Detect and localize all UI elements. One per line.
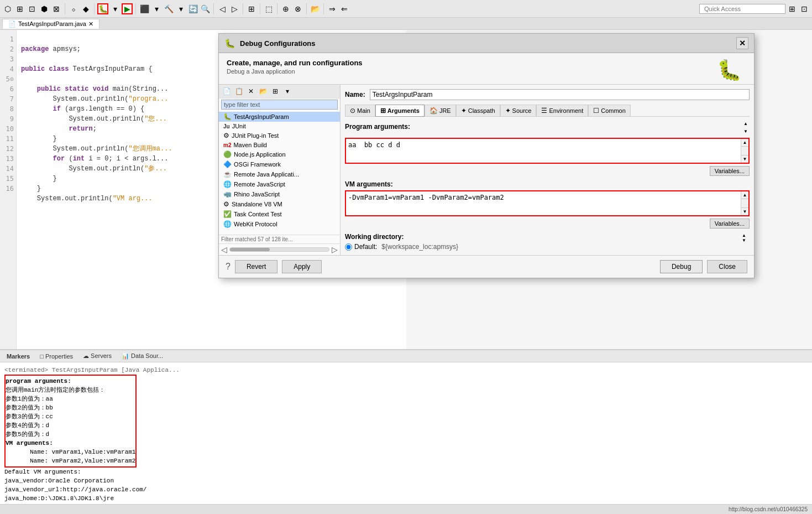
panel-tab-markers[interactable]: Markers bbox=[2, 352, 34, 361]
dialog-bug-icon: 🐛 bbox=[717, 59, 742, 82]
console-highlighted-block: program arguments: 您调用main方法时指定的参数包括： 参数… bbox=[4, 375, 137, 468]
console-header: <terminated> TestArgsInputParam [Java Ap… bbox=[4, 366, 808, 375]
prog-args-scroll-up[interactable]: ▲ bbox=[743, 120, 748, 128]
close-button[interactable]: Close bbox=[707, 260, 747, 273]
debug-button[interactable]: 🐛 bbox=[97, 3, 108, 14]
config-item-rhino[interactable]: 🦏 Rhino JavaScript bbox=[219, 189, 340, 199]
vm-args-vscroll-down[interactable]: ▼ bbox=[741, 207, 748, 215]
prog-args-vscroll-down[interactable]: ▼ bbox=[741, 155, 748, 163]
config-more-btn[interactable]: ▾ bbox=[282, 86, 293, 97]
apply-button[interactable]: Apply bbox=[282, 260, 322, 273]
tab-environment[interactable]: ☰ Environment bbox=[536, 105, 588, 116]
tab-main[interactable]: ⊙ Main bbox=[345, 105, 375, 116]
config-item-webkit[interactable]: 🌐 WebKit Protocol bbox=[219, 219, 340, 229]
config-item-nodejs[interactable]: 🟢 Node.js Application bbox=[219, 149, 340, 159]
prog-args-scrollbar[interactable]: ▲ ▼ bbox=[742, 120, 750, 136]
toolbar-separator-3 bbox=[135, 3, 136, 14]
program-args-variables-btn[interactable]: Variables... bbox=[710, 166, 750, 176]
config-item-remotejs[interactable]: 🌐 Remote JavaScript bbox=[219, 179, 340, 189]
tab-main-label: Main bbox=[357, 107, 370, 114]
program-args-wrapper: ▲ ▼ bbox=[345, 138, 750, 164]
tab-close-icon[interactable]: ✕ bbox=[88, 20, 93, 28]
toolbar-icon-end2[interactable]: ⊡ bbox=[799, 3, 810, 14]
config-item-icon-junitmock: ⚙ bbox=[223, 132, 229, 139]
tab-common[interactable]: ☐ Common bbox=[588, 105, 631, 116]
toolbar-icon-refresh[interactable]: 🔄 bbox=[187, 3, 198, 14]
config-new-btn[interactable]: 📄 bbox=[221, 86, 232, 97]
config-item-junit[interactable]: Ju JUnit bbox=[219, 122, 340, 131]
config-scroll-bar: ◁ ▷ bbox=[219, 243, 340, 255]
workdir-scroll-down[interactable]: ▼ bbox=[742, 238, 750, 243]
config-item-junitmock[interactable]: ⚙ JUnit Plug-in Test bbox=[219, 131, 340, 141]
toolbar-icon-2[interactable]: ⊞ bbox=[14, 3, 25, 14]
scroll-left-btn[interactable]: ◁ bbox=[221, 245, 227, 254]
toolbar-dropdown-1[interactable]: ▾ bbox=[151, 3, 162, 14]
config-filter-btn[interactable]: 📂 bbox=[258, 86, 269, 97]
default-radio-group: Default: bbox=[345, 243, 377, 251]
toolbar-icon-forward[interactable]: ⇒ bbox=[327, 3, 338, 14]
dialog-footer: ? Revert Apply Debug Close bbox=[219, 255, 754, 278]
config-item-maven[interactable]: m2 Maven Build bbox=[219, 141, 340, 149]
config-delete-btn[interactable]: ✕ bbox=[245, 86, 256, 97]
ide-background: ⬡ ⊞ ⊡ ⬢ ⊠ ⬦ ◆ 🐛 ▾ ▶ ⬛ ▾ 🔨 ▾ 🔄 🔍 ◁ ▷ ⊞ ⬚ … bbox=[0, 0, 812, 514]
toolbar-icon-more2[interactable]: ⊗ bbox=[292, 3, 303, 14]
quick-access-input[interactable] bbox=[699, 4, 785, 14]
toolbar-separator-6 bbox=[260, 3, 260, 14]
debug-configurations-dialog[interactable]: 🐛 Debug Configurations ✕ Create, manage,… bbox=[218, 33, 755, 278]
revert-button[interactable]: Revert bbox=[235, 260, 277, 273]
toolbar-icon-4[interactable]: ⬢ bbox=[39, 3, 50, 14]
toolbar-icon-stop[interactable]: ⬛ bbox=[139, 3, 150, 14]
config-item-label-remotejava: Remote Java Applicati... bbox=[234, 171, 299, 178]
config-item-osgi[interactable]: 🔷 OSGi Framework bbox=[219, 159, 340, 169]
toolbar-icon-build[interactable]: 🔨 bbox=[163, 3, 174, 14]
toolbar-icon-3[interactable]: ⊡ bbox=[27, 3, 38, 14]
vm-args-variables-btn[interactable]: Variables... bbox=[710, 219, 750, 229]
toolbar-icon-open[interactable]: 📂 bbox=[310, 3, 321, 14]
config-item-taskcontext[interactable]: ✅ Task Context Test bbox=[219, 209, 340, 219]
panel-tab-properties[interactable]: □ Properties bbox=[35, 352, 77, 361]
config-item-testargsInputParam[interactable]: 🐛 TestArgsInputParam bbox=[219, 112, 340, 122]
config-copy-btn[interactable]: 📋 bbox=[233, 86, 244, 97]
config-collapse-btn[interactable]: ⊞ bbox=[270, 86, 281, 97]
debug-dropdown[interactable]: ▾ bbox=[109, 3, 121, 14]
dialog-close-button[interactable]: ✕ bbox=[736, 37, 748, 49]
vm-args-input[interactable]: -DvmParam1=vmParam1 -DvmParam2=vmParam2 bbox=[346, 191, 740, 214]
toolbar-icon-5[interactable]: ⊠ bbox=[51, 3, 62, 14]
config-item-remotejava[interactable]: ☕ Remote Java Applicati... bbox=[219, 169, 340, 179]
prog-args-vscroll-up[interactable]: ▲ bbox=[741, 139, 748, 147]
debug-button-footer[interactable]: Debug bbox=[660, 260, 703, 273]
toolbar-dropdown-2[interactable]: ▾ bbox=[175, 3, 186, 14]
default-radio[interactable] bbox=[345, 243, 352, 251]
toolbar-icon-window[interactable]: ⬚ bbox=[263, 3, 274, 14]
name-input[interactable] bbox=[370, 89, 750, 100]
tab-classpath[interactable]: ✦ Classpath bbox=[456, 105, 500, 116]
console-output: <terminated> TestArgsInputParam [Java Ap… bbox=[0, 362, 812, 504]
toolbar-icon-7[interactable]: ◆ bbox=[80, 3, 91, 14]
vm-args-vscroll-up[interactable]: ▲ bbox=[741, 191, 748, 199]
toolbar-icon-search[interactable]: 🔍 bbox=[200, 3, 211, 14]
dialog-header: Create, manage, and run configurations D… bbox=[219, 53, 754, 84]
help-icon[interactable]: ? bbox=[226, 262, 230, 272]
tab-arguments[interactable]: ⊞ Arguments bbox=[375, 105, 425, 117]
panel-tab-datasources[interactable]: 📊 Data Sour... bbox=[117, 351, 167, 361]
panel-tab-servers[interactable]: ☁ Servers bbox=[78, 351, 116, 361]
workdir-scroll-up[interactable]: ▲ bbox=[742, 233, 750, 238]
toolbar-icon-nav1[interactable]: ◁ bbox=[217, 3, 228, 14]
toolbar-icon-nav2[interactable]: ▷ bbox=[229, 3, 240, 14]
tab-source[interactable]: ✦ Source bbox=[500, 105, 537, 116]
toolbar-icon-6[interactable]: ⬦ bbox=[68, 3, 79, 14]
run-button[interactable]: ▶ bbox=[122, 3, 133, 14]
program-args-input[interactable] bbox=[346, 139, 740, 161]
toolbar-icon-end1[interactable]: ⊞ bbox=[787, 3, 798, 14]
tab-jre[interactable]: 🏠 JRE bbox=[425, 105, 456, 116]
config-item-label-maven: Maven Build bbox=[233, 142, 267, 148]
toolbar-icon-more1[interactable]: ⊕ bbox=[280, 3, 291, 14]
scroll-right-btn[interactable]: ▷ bbox=[332, 245, 338, 254]
toolbar-icon-perspective[interactable]: ⊞ bbox=[246, 3, 257, 14]
prog-args-scroll-down[interactable]: ▼ bbox=[743, 128, 748, 136]
toolbar-icon-1[interactable]: ⬡ bbox=[2, 3, 13, 14]
editor-tab-main[interactable]: 📄 TestArgsInputParam.java ✕ bbox=[2, 19, 99, 29]
toolbar-icon-back[interactable]: ⇐ bbox=[339, 3, 350, 14]
config-item-standalone[interactable]: ⚙ Standalone V8 VM bbox=[219, 199, 340, 209]
filter-input[interactable] bbox=[221, 100, 338, 110]
